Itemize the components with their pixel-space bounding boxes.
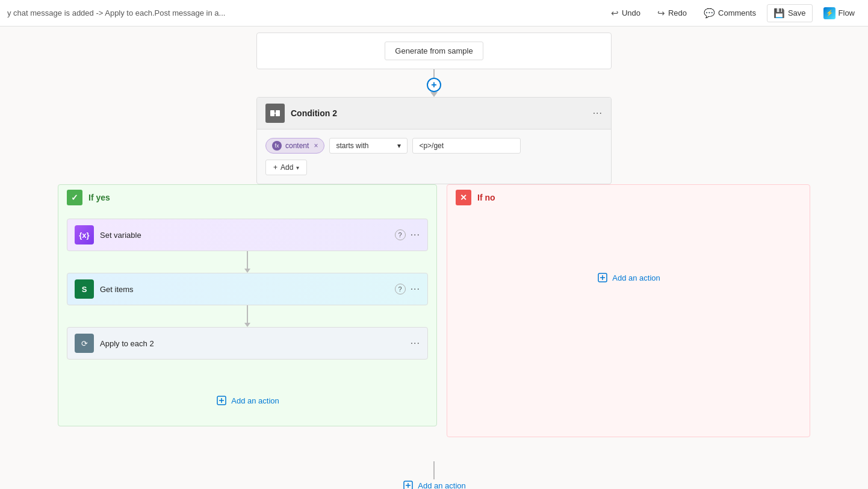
- topbar: y chat message is added -> Apply to each…: [0, 0, 868, 26]
- bottom-add-action-label: Add an action: [418, 481, 466, 490]
- apply-to-each-2-more-button[interactable]: ···: [411, 338, 420, 349]
- branch-yes-header: ✓ If yes: [58, 185, 436, 210]
- apply-to-each-2-inner: ⟳ Apply to each 2 ···: [67, 328, 427, 359]
- connector-line-top: [433, 69, 435, 78]
- condition-2-more-button[interactable]: ···: [593, 108, 603, 119]
- undo-button[interactable]: ↩ Undo: [605, 5, 646, 22]
- get-items-inner: S Get items ? ···: [67, 273, 427, 305]
- condition-2-card: Condition 2 ··· fx content ×: [256, 97, 612, 184]
- branch-yes-icon: ✓: [67, 190, 82, 205]
- condition-icon: [265, 104, 285, 123]
- branch-yes: ✓ If yes {x} Set variable: [58, 184, 437, 426]
- set-variable-controls: ? ···: [395, 229, 420, 240]
- redo-button[interactable]: ↪ Redo: [651, 5, 693, 22]
- generate-from-sample-card: Generate from sample: [256, 33, 612, 69]
- generate-from-sample-label: Generate from sample: [395, 46, 473, 55]
- comments-label: Comments: [718, 8, 756, 17]
- operator-label: starts with: [336, 142, 368, 150]
- branch-yes-body: {x} Set variable ? ···: [58, 210, 436, 426]
- branch-yes-title: If yes: [88, 193, 110, 202]
- generate-from-sample-button[interactable]: Generate from sample: [385, 42, 483, 60]
- set-variable-inner: {x} Set variable ? ···: [67, 219, 427, 251]
- breadcrumb-text: y chat message is added -> Apply to each…: [7, 8, 225, 17]
- add-action-no-icon: [597, 272, 609, 284]
- connector-get-to-apply: [244, 305, 250, 327]
- add-label: Add: [281, 163, 293, 172]
- get-items-title: Get items: [100, 285, 134, 294]
- condition-body: fx content × starts with ▾ <p>/get: [257, 129, 611, 184]
- add-action-no-button[interactable]: Add an action: [597, 267, 660, 288]
- chip-fx-icon: fx: [272, 141, 282, 151]
- connector-set-to-get: [244, 251, 250, 273]
- condition-header-left: Condition 2: [265, 104, 337, 123]
- condition-2-header: Condition 2 ···: [257, 98, 611, 129]
- set-variable-card: {x} Set variable ? ···: [67, 219, 428, 251]
- chip-label: content: [285, 142, 309, 150]
- save-button[interactable]: 💾 Save: [767, 4, 813, 22]
- bottom-add-action-button[interactable]: Add an action: [402, 479, 466, 489]
- sharepoint-icon: S: [75, 279, 94, 299]
- set-variable-more-button[interactable]: ···: [411, 229, 420, 240]
- content-chip[interactable]: fx content ×: [265, 138, 324, 154]
- variable-icon: {x}: [75, 225, 94, 244]
- add-action-yes-label: Add an action: [231, 396, 279, 405]
- get-items-more-button[interactable]: ···: [411, 284, 420, 294]
- branch-no-header: ✕ If no: [447, 185, 810, 210]
- branches: ✓ If yes {x} Set variable: [58, 184, 810, 437]
- save-label: Save: [788, 8, 806, 17]
- branch-no: ✕ If no Add an act: [447, 184, 810, 437]
- add-plus-icon: +: [273, 163, 277, 172]
- get-items-help-button[interactable]: ?: [395, 284, 406, 294]
- apply-to-each-2-controls: ···: [411, 338, 420, 349]
- add-action-no-label: Add an action: [612, 273, 660, 282]
- comments-button[interactable]: 💬 Comments: [698, 5, 762, 22]
- undo-label: Undo: [622, 8, 640, 17]
- branch-no-body: Add an action: [447, 258, 810, 297]
- flow-button[interactable]: ⚡ Flow: [817, 4, 861, 22]
- canvas-inner: Generate from sample +: [0, 26, 868, 489]
- apply-to-each-2-left: ⟳ Apply to each 2: [75, 334, 154, 353]
- save-icon: 💾: [773, 8, 785, 19]
- undo-icon: ↩: [611, 8, 619, 19]
- apply-to-each-2-card: ⟳ Apply to each 2 ···: [67, 327, 428, 360]
- condition-row: fx content × starts with ▾ <p>/get: [265, 138, 603, 154]
- add-step-button[interactable]: +: [427, 78, 441, 92]
- chip-close-button[interactable]: ×: [314, 142, 318, 150]
- set-variable-title: Set variable: [100, 231, 141, 240]
- get-items-card: S Get items ? ···: [67, 273, 428, 305]
- add-action-yes-icon: [215, 394, 228, 406]
- add-action-yes-container: Add an action: [215, 390, 279, 411]
- operator-chevron: ▾: [397, 142, 401, 150]
- condition-2-title: Condition 2: [291, 108, 337, 118]
- apply-icon: ⟳: [75, 334, 94, 353]
- branch-no-title: If no: [477, 193, 495, 202]
- canvas: Generate from sample +: [0, 26, 868, 489]
- flow-container: Generate from sample +: [0, 26, 868, 489]
- connector-arrow-top: [430, 92, 438, 97]
- svg-rect-1: [276, 110, 280, 116]
- get-items-left: S Get items: [75, 279, 134, 299]
- redo-label: Redo: [668, 8, 687, 17]
- flow-label: Flow: [839, 8, 855, 17]
- svg-rect-0: [270, 110, 274, 116]
- set-variable-help-button[interactable]: ?: [395, 229, 406, 240]
- add-action-yes-button[interactable]: Add an action: [215, 390, 279, 411]
- connector-top: +: [427, 69, 441, 97]
- value-input[interactable]: <p>/get: [412, 138, 521, 154]
- bottom-add-action-container: Add an action: [402, 461, 466, 489]
- comments-icon: 💬: [704, 8, 715, 19]
- add-condition-button[interactable]: + Add ▾: [265, 160, 307, 175]
- bottom-add-action-icon: [402, 479, 414, 489]
- operator-select[interactable]: starts with ▾: [329, 138, 408, 154]
- add-condition-row: + Add ▾: [265, 160, 603, 175]
- redo-icon: ↪: [657, 8, 665, 19]
- flow-icon: ⚡: [823, 7, 835, 19]
- get-items-controls: ? ···: [395, 284, 420, 294]
- topbar-actions: ↩ Undo ↪ Redo 💬 Comments 💾 Save ⚡ Flow: [605, 4, 861, 22]
- add-chevron-icon: ▾: [296, 164, 299, 171]
- branch-no-icon: ✕: [456, 190, 471, 205]
- value-text: <p>/get: [419, 142, 444, 150]
- set-variable-left: {x} Set variable: [75, 225, 141, 244]
- breadcrumb: y chat message is added -> Apply to each…: [7, 8, 225, 17]
- apply-to-each-2-title: Apply to each 2: [100, 339, 154, 348]
